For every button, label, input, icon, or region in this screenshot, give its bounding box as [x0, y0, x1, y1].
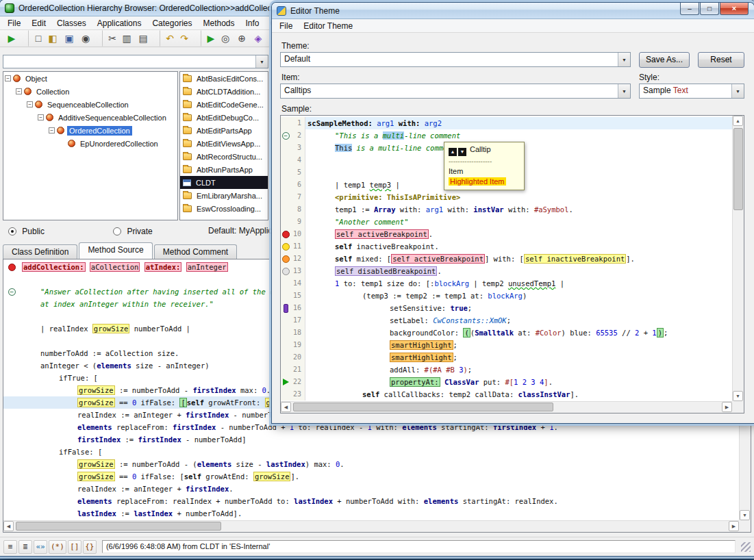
tab-method-source[interactable]: Method Source: [79, 242, 152, 259]
cut-scissors-icon[interactable]: ✂: [102, 30, 118, 47]
application-item-emlibrarymarsha[interactable]: EmLibraryMarsha...: [180, 189, 268, 202]
breakpoint-mixed-icon[interactable]: [282, 255, 290, 263]
horizontal-scrollbar[interactable]: ◀ ▶: [3, 520, 739, 532]
collapse-icon[interactable]: −: [49, 127, 55, 133]
red-marker[interactable]: [3, 261, 20, 273]
code-line[interactable]: 19smartHighlight;: [281, 339, 732, 351]
redo-icon[interactable]: ↷: [176, 30, 192, 47]
browser-menu-edit[interactable]: Edit: [26, 17, 51, 29]
chevron-down-icon[interactable]: ▼: [731, 84, 744, 98]
public-radio[interactable]: Public: [8, 227, 45, 236]
reset-button[interactable]: Reset: [698, 52, 744, 68]
code-line[interactable]: 7<primitive: ThisIsAPrimitive>: [281, 191, 732, 203]
application-item-abtbasiceditcons[interactable]: AbtBasicEditCons...: [180, 72, 268, 85]
collapse-icon[interactable]: −: [5, 75, 11, 81]
collapse-icon[interactable]: −: [16, 88, 22, 94]
application-item-abtrecordstructu[interactable]: AbtRecordStructu...: [180, 150, 268, 163]
resize-grip[interactable]: [741, 542, 751, 552]
save-as-button[interactable]: Save As...: [639, 52, 690, 68]
copy-icon[interactable]: ▥: [118, 30, 135, 47]
application-item-abteditpartsapp[interactable]: AbtEditPartsApp: [180, 124, 268, 137]
application-item-eswcrossloading[interactable]: EswCrossloading...: [180, 202, 268, 215]
scroll-up-icon[interactable]: ▲: [733, 116, 743, 126]
application-item-abteditviewsapp[interactable]: AbtEditViewsApp...: [180, 137, 268, 150]
application-item-abtcldtaddition[interactable]: AbtCLDTAddition...: [180, 85, 268, 98]
code-line[interactable]: 18backgroundColor: ((Smalltalk at: #Colo…: [281, 327, 732, 339]
tab-class-definition[interactable]: Class Definition: [3, 244, 77, 259]
tree-item-additivesequenceablecollection[interactable]: −AdditiveSequenceableCollection: [3, 111, 177, 124]
insert-comment-icon[interactable]: (*): [49, 540, 66, 554]
theme-menu-editor-theme[interactable]: Editor Theme: [298, 20, 358, 32]
code-line[interactable]: 1scSampleMethod: arg1 with: arg2: [281, 117, 732, 129]
item-combobox[interactable]: Calltips ▼: [280, 84, 631, 99]
code-line[interactable]: 22propertyAt: ClassVar put: #[1 2 3 4].: [281, 376, 732, 388]
code-line[interactable]: 9"Another comment": [281, 216, 732, 228]
private-radio[interactable]: Private: [113, 227, 153, 236]
chevron-down-icon[interactable]: ▼: [255, 55, 268, 68]
code-line[interactable]: lastIndex := lastIndex + numberToAdd].: [3, 507, 739, 520]
code-line[interactable]: 8temp1 := Array with: arg1 with: instVar…: [281, 203, 732, 216]
tree-item-epunorderedcollection[interactable]: EpUnorderedCollection: [3, 137, 177, 150]
breakpoint-active-icon[interactable]: [282, 231, 290, 238]
tree-item-orderedcollection[interactable]: −OrderedCollection: [3, 124, 177, 137]
browser-menu-classes[interactable]: Classes: [51, 17, 92, 29]
browser-menu-file[interactable]: File: [2, 17, 26, 29]
code-line[interactable]: realIndex := anInteger + firstIndex.: [3, 483, 739, 495]
class-filter-combobox[interactable]: ▼: [3, 55, 268, 68]
code-line[interactable]: 16setSensitive: true;: [281, 302, 732, 314]
sample-editor[interactable]: 1scSampleMethod: arg1 with: arg2−2"This …: [280, 115, 744, 413]
insert-guillemets-icon[interactable]: «»: [34, 540, 47, 554]
run-icon[interactable]: ▶: [3, 30, 20, 47]
scroll-right-icon[interactable]: ▶: [729, 521, 739, 531]
code-line[interactable]: 17setLabel: CwConstants::XmOK;: [281, 314, 732, 327]
insert-brackets-icon[interactable]: []: [68, 540, 81, 554]
chevron-down-icon[interactable]: ▼: [618, 84, 630, 98]
scroll-right-icon[interactable]: ▶: [722, 402, 732, 412]
tree-item-sequenceablecollection[interactable]: −SequenceableCollection: [3, 98, 177, 111]
fold-marker[interactable]: −: [3, 285, 20, 298]
purple-marker[interactable]: [281, 302, 290, 314]
browser-menu-info[interactable]: Info: [240, 17, 265, 29]
search-icon[interactable]: ⊕: [234, 30, 250, 47]
code-line[interactable]: 10self activeBreakpoint.: [281, 228, 732, 240]
save-icon[interactable]: ▣: [61, 30, 77, 47]
scrollbar-thumb[interactable]: [16, 522, 221, 531]
collapse-icon[interactable]: −: [27, 101, 33, 107]
current-line-icon[interactable]: [283, 379, 289, 385]
browser-menu-methods[interactable]: Methods: [197, 17, 240, 29]
theme-menu-file[interactable]: File: [274, 20, 298, 32]
browse-glasses-icon[interactable]: ◎: [217, 30, 234, 47]
gray-marker[interactable]: [281, 265, 290, 277]
code-line[interactable]: 15(temp3 := temp2 := temp1 at: blockArg): [281, 290, 732, 302]
code-line[interactable]: 23self callCallbacks: temp2 callData: cl…: [281, 388, 732, 400]
code-line[interactable]: −2"This is a multi-line comment: [281, 129, 732, 142]
code-line[interactable]: firstIndex := firstIndex - numberToAdd]: [3, 433, 739, 446]
browser-menu-categories[interactable]: Categories: [147, 17, 197, 29]
calltip-next-icon[interactable]: ▼: [458, 148, 466, 156]
yellow-marker[interactable]: [281, 240, 290, 253]
vertical-scrollbar[interactable]: ▲ ▼: [732, 116, 744, 401]
open-folder-icon[interactable]: ◧: [45, 30, 61, 47]
theme-combobox[interactable]: Default ▼: [280, 52, 631, 67]
minimize-button[interactable]: –: [680, 3, 699, 15]
application-item-abtrunpartsapp[interactable]: AbtRunPartsApp: [180, 163, 268, 176]
code-line[interactable]: ifFalse: [: [3, 446, 739, 458]
browser-menu-applications[interactable]: Applications: [92, 17, 147, 29]
tree-item-collection[interactable]: −Collection: [3, 85, 177, 98]
scroll-left-icon[interactable]: ◀: [3, 521, 14, 531]
orange-marker[interactable]: [281, 253, 290, 265]
scroll-down-icon[interactable]: ▼: [740, 510, 750, 520]
breakpoint-inactive-icon[interactable]: [282, 243, 290, 251]
settings-flower-icon[interactable]: ◈: [250, 30, 266, 47]
red-marker[interactable]: [281, 228, 290, 240]
insert-braces-icon[interactable]: {}: [83, 540, 97, 554]
application-item-cldt[interactable]: CLDT: [180, 176, 268, 189]
scrollbar-thumb[interactable]: [293, 403, 553, 411]
fold-collapse-icon[interactable]: −: [8, 288, 16, 296]
chevron-down-icon[interactable]: ▼: [618, 53, 630, 66]
paste-icon[interactable]: ▤: [135, 30, 151, 47]
collapse-icon[interactable]: −: [38, 114, 44, 120]
code-line[interactable]: 20smartHighlight;: [281, 351, 732, 364]
format-lines-icon[interactable]: ≡: [3, 540, 17, 554]
style-combobox[interactable]: Sample Text ▼: [639, 84, 744, 99]
